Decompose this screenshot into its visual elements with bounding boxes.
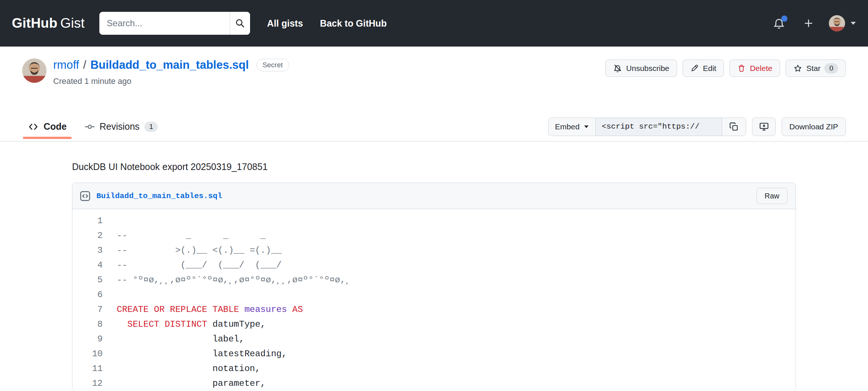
- code-line: 10 latestReading,: [72, 347, 796, 361]
- copy-embed-button[interactable]: [722, 118, 746, 136]
- desktop-download-button[interactable]: [752, 118, 776, 136]
- line-number[interactable]: 4: [72, 258, 103, 273]
- copy-icon: [729, 122, 739, 132]
- unread-notification-dot: [781, 16, 787, 22]
- bell-slash-icon: [613, 64, 622, 73]
- edit-label: Edit: [703, 64, 716, 73]
- embed-label: Embed: [555, 122, 580, 131]
- code-tab-label: Code: [44, 121, 67, 132]
- create-new-gist-button[interactable]: [803, 18, 814, 29]
- code-line: 8 SELECT DISTINCT datumType,: [72, 317, 796, 332]
- download-zip-button[interactable]: Download ZIP: [782, 118, 846, 136]
- code-tab-icon: [28, 121, 39, 132]
- code-line: 3-- >(.)__ <(.)__ =(.)__: [72, 243, 796, 258]
- github-gist-logo[interactable]: GitHubGist: [12, 16, 85, 31]
- line-number[interactable]: 2: [72, 228, 103, 243]
- search-box: [99, 12, 250, 35]
- owner-link[interactable]: rmoff: [53, 58, 79, 72]
- code-text: latestReading,: [103, 347, 287, 361]
- gist-filename-link[interactable]: Buildadd_to_main_tables.sql: [90, 58, 249, 72]
- revisions-tab-label: Revisions: [100, 121, 140, 132]
- star-label: Star: [806, 64, 821, 73]
- trash-icon: [737, 64, 746, 72]
- code-lines: 1 2-- _ _ _3-- >(.)__ <(.)__ =(.)__4-- (…: [72, 214, 796, 391]
- edit-button[interactable]: Edit: [683, 59, 724, 77]
- commit-icon: [85, 122, 95, 132]
- gist-description: DuckDB UI Notebook export 20250319_17085…: [72, 162, 796, 172]
- logo-gist-text: Gist: [60, 16, 85, 31]
- search-button[interactable]: [230, 12, 250, 35]
- line-number[interactable]: 1: [72, 214, 103, 228]
- gist-content: DuckDB UI Notebook export 20250319_17085…: [72, 162, 796, 391]
- line-number[interactable]: 10: [72, 347, 103, 361]
- line-number[interactable]: 12: [72, 376, 103, 391]
- tab-code[interactable]: Code: [22, 112, 72, 141]
- code-line: 1: [72, 214, 796, 228]
- code-line: 2-- _ _ _: [72, 228, 796, 243]
- code-line: 9 label,: [72, 332, 796, 347]
- code-viewer: 1 2-- _ _ _3-- >(.)__ <(.)__ =(.)__4-- (…: [72, 209, 796, 391]
- revisions-count-badge: 1: [144, 122, 158, 132]
- line-number[interactable]: 8: [72, 317, 103, 332]
- line-number[interactable]: 3: [72, 243, 103, 258]
- search-icon: [235, 18, 245, 28]
- code-text: [103, 288, 122, 302]
- delete-button[interactable]: Delete: [729, 59, 780, 77]
- code-text: -- >(.)__ <(.)__ =(.)__: [103, 243, 281, 258]
- star-button[interactable]: Star 0: [786, 59, 846, 77]
- raw-button[interactable]: Raw: [756, 188, 787, 204]
- top-nav: All gists Back to GitHub: [267, 18, 387, 29]
- star-icon: [793, 64, 802, 73]
- user-menu-caret-icon[interactable]: [850, 21, 856, 25]
- search-input[interactable]: [99, 12, 230, 35]
- file-code-icon: [79, 190, 91, 202]
- code-line: 12 parameter,: [72, 376, 796, 391]
- download-zip-label: Download ZIP: [789, 122, 838, 131]
- embed-group: Embed: [548, 118, 746, 136]
- notifications-button[interactable]: [773, 17, 785, 30]
- plus-icon: [803, 18, 814, 29]
- title-separator: /: [83, 58, 86, 72]
- gist-action-buttons: Unsubscribe Edit Delete: [605, 58, 846, 77]
- desktop-download-icon: [759, 122, 769, 132]
- file-card: Buildadd_to_main_tables.sql Raw 1 2-- _ …: [72, 183, 796, 391]
- pencil-icon: [690, 64, 699, 72]
- line-number[interactable]: 11: [72, 361, 103, 376]
- line-number[interactable]: 6: [72, 288, 103, 302]
- code-line: 4-- (___/ (___/ (___/: [72, 258, 796, 273]
- gist-title-block: rmoff / Buildadd_to_main_tables.sql Secr…: [53, 58, 289, 86]
- secret-badge: Secret: [256, 59, 289, 71]
- unsubscribe-label: Unsubscribe: [626, 64, 669, 73]
- unsubscribe-button[interactable]: Unsubscribe: [605, 59, 677, 77]
- logo-github-text: GitHub: [12, 16, 57, 31]
- top-header: GitHubGist All gists Back to GitHub: [0, 0, 868, 47]
- line-number[interactable]: 7: [72, 302, 103, 317]
- code-text: SELECT DISTINCT datumType,: [103, 317, 266, 332]
- embed-dropdown-button[interactable]: Embed: [549, 118, 596, 136]
- embed-caret-icon: [584, 125, 589, 128]
- line-number[interactable]: 5: [72, 273, 103, 288]
- file-name-link[interactable]: Buildadd_to_main_tables.sql: [96, 192, 222, 200]
- raw-label: Raw: [765, 192, 779, 200]
- user-avatar-small[interactable]: [829, 15, 845, 31]
- code-text: parameter,: [103, 376, 266, 391]
- code-line: 6: [72, 288, 796, 302]
- file-card-header: Buildadd_to_main_tables.sql Raw: [72, 183, 796, 209]
- nav-back-to-github[interactable]: Back to GitHub: [320, 18, 387, 29]
- code-text: -- (___/ (___/ (___/: [103, 258, 281, 273]
- tab-revisions[interactable]: Revisions 1: [79, 112, 164, 141]
- code-line: 7CREATE OR REPLACE TABLE measures AS: [72, 302, 796, 317]
- line-number[interactable]: 9: [72, 332, 103, 347]
- code-text: -- _ _ _: [103, 228, 266, 243]
- code-text: notation,: [103, 361, 260, 376]
- nav-all-gists[interactable]: All gists: [267, 18, 303, 29]
- tab-row: Code Revisions 1 Embed: [0, 112, 868, 142]
- code-text: CREATE OR REPLACE TABLE measures AS: [103, 302, 303, 317]
- code-text: [103, 214, 122, 228]
- owner-avatar[interactable]: [22, 58, 47, 83]
- embed-snippet-input[interactable]: [596, 118, 722, 136]
- delete-label: Delete: [750, 64, 772, 73]
- created-timestamp: Created 1 minute ago: [53, 76, 289, 86]
- embed-toolbar: Embed: [548, 118, 846, 136]
- code-line: 11 notation,: [72, 361, 796, 376]
